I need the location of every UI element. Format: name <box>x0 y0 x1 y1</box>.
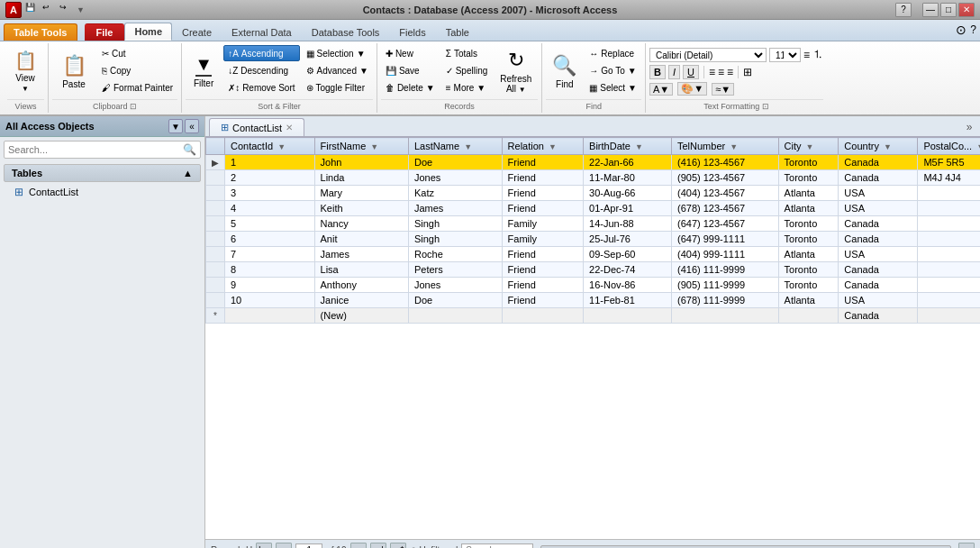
cell-contactid[interactable]: 3 <box>225 186 315 201</box>
first-record-btn[interactable]: |◄ <box>256 543 272 549</box>
new-row-cell-postalcode[interactable] <box>918 308 980 324</box>
help-ribbon-icon[interactable]: ⊙ <box>956 23 966 37</box>
cell-birthdate[interactable]: 09-Sep-60 <box>584 247 672 262</box>
cell-country[interactable]: Canada <box>839 216 918 232</box>
bold-button[interactable]: B <box>649 65 666 79</box>
table-row[interactable]: 7JamesRocheFriend09-Sep-60(404) 999-1111… <box>206 247 981 262</box>
cell-lastname[interactable]: James <box>408 201 502 216</box>
cell-firstname[interactable]: Janice <box>314 293 408 308</box>
expand-ribbon-icon[interactable]: ? <box>970 23 976 36</box>
cell-contactid[interactable]: 2 <box>225 170 315 186</box>
cell-contactid[interactable]: 7 <box>225 247 315 262</box>
tab-database-tools[interactable]: Database Tools <box>302 23 390 41</box>
cell-firstname[interactable]: Anthony <box>314 278 408 293</box>
cell-relation[interactable]: Friend <box>502 247 584 262</box>
help-btn[interactable]: ? <box>895 3 912 17</box>
minimize-btn[interactable]: — <box>922 3 939 17</box>
cell-firstname[interactable]: Mary <box>314 186 408 201</box>
nav-search-btn[interactable]: ▼ <box>168 119 183 133</box>
col-header-relation[interactable]: Relation ▼ <box>502 138 584 155</box>
cell-lastname[interactable]: Singh <box>408 216 502 232</box>
row-selector[interactable]: ▶ <box>206 155 225 170</box>
cell-city[interactable]: Atlanta <box>778 201 839 216</box>
table-row[interactable]: 4KeithJamesFriend01-Apr-91(678) 123-4567… <box>206 201 981 216</box>
copy-button[interactable]: ⎘ Copy <box>97 62 177 78</box>
col-header-city[interactable]: City ▼ <box>778 138 839 155</box>
font-size-select[interactable]: 11 <box>769 48 801 62</box>
table-row[interactable]: 9AnthonyJonesFriend16-Nov-86(905) 111-99… <box>206 278 981 293</box>
table-row[interactable]: 6AnitSinghFamily25-Jul-76(647) 999-1111T… <box>206 232 981 247</box>
cell-birthdate[interactable]: 22-Jan-66 <box>584 155 672 170</box>
row-selector[interactable] <box>206 216 225 232</box>
cell-contactid[interactable]: 6 <box>225 232 315 247</box>
cell-telnumber[interactable]: (416) 111-9999 <box>671 262 778 278</box>
list-num-icon[interactable]: ⒈ <box>812 47 823 62</box>
last-record-btn[interactable]: ►| <box>370 543 386 549</box>
advanced-button[interactable]: ⚙ Advanced ▼ <box>302 62 373 78</box>
cell-postalcode[interactable] <box>918 247 980 262</box>
row-selector[interactable] <box>206 278 225 293</box>
current-record-input[interactable] <box>295 543 322 549</box>
cell-city[interactable]: Toronto <box>778 262 839 278</box>
cell-lastname[interactable]: Roche <box>408 247 502 262</box>
cell-firstname[interactable]: Linda <box>314 170 408 186</box>
cell-relation[interactable]: Friend <box>502 155 584 170</box>
filter-button[interactable]: ▼ Filter <box>186 45 222 97</box>
descending-button[interactable]: ↓Z Descending <box>223 62 299 78</box>
cell-birthdate[interactable]: 01-Apr-91 <box>584 201 672 216</box>
cell-telnumber[interactable]: (678) 111-9999 <box>671 293 778 308</box>
tab-fields[interactable]: Fields <box>389 23 435 41</box>
cell-country[interactable]: USA <box>839 247 918 262</box>
font-color-btn[interactable]: A▼ <box>649 83 673 96</box>
delete-record-button[interactable]: 🗑 Delete ▼ <box>381 79 440 96</box>
save-record-button[interactable]: 💾 Save <box>381 62 440 78</box>
cell-contactid[interactable]: 4 <box>225 201 315 216</box>
prev-record-btn[interactable]: ◄ <box>276 543 292 549</box>
record-search-input[interactable] <box>461 543 533 549</box>
panel-collapse-btn[interactable]: » <box>962 118 976 136</box>
list-style-icon[interactable]: ≡ <box>803 49 810 61</box>
find-button[interactable]: 🔍 Find <box>546 45 583 97</box>
row-selector[interactable] <box>206 170 225 186</box>
cell-city[interactable]: Toronto <box>778 170 839 186</box>
cell-firstname[interactable]: Lisa <box>314 262 408 278</box>
view-button[interactable]: 📋 View▼ <box>7 45 43 97</box>
nav-search-input[interactable] <box>8 144 183 155</box>
col-header-postalcode[interactable]: PostalCo... ▼ <box>918 138 980 155</box>
new-row-cell-contactid[interactable] <box>225 308 315 324</box>
tab-external-data[interactable]: External Data <box>222 23 302 41</box>
cell-postalcode[interactable] <box>918 186 980 201</box>
row-selector[interactable] <box>206 262 225 278</box>
cell-country[interactable]: USA <box>839 293 918 308</box>
cell-postalcode[interactable] <box>918 293 980 308</box>
cell-country[interactable]: Canada <box>839 262 918 278</box>
cell-telnumber[interactable]: (678) 123-4567 <box>671 201 778 216</box>
next-record-btn[interactable]: ► <box>350 543 367 549</box>
gridlines-icon[interactable]: ⊞ <box>743 66 752 78</box>
table-row[interactable]: 10JaniceDoeFriend11-Feb-81(678) 111-9999… <box>206 293 981 308</box>
cell-contactid[interactable]: 9 <box>225 278 315 293</box>
cell-birthdate[interactable]: 25-Jul-76 <box>584 232 672 247</box>
cell-city[interactable]: Toronto <box>778 216 839 232</box>
col-header-telnumber[interactable]: TelNumber ▼ <box>671 138 778 155</box>
cell-telnumber[interactable]: (647) 999-1111 <box>671 232 778 247</box>
tab-home[interactable]: Home <box>124 23 172 41</box>
table-row[interactable]: 2LindaJonesFriend11-Mar-80(905) 123-4567… <box>206 170 981 186</box>
nav-search-box[interactable]: 🔍 <box>4 141 201 159</box>
cell-telnumber[interactable]: (647) 123-4567 <box>671 216 778 232</box>
tab-create[interactable]: Create <box>172 23 222 41</box>
cell-lastname[interactable]: Katz <box>408 186 502 201</box>
cell-relation[interactable]: Friend <box>502 278 584 293</box>
cell-relation[interactable]: Friend <box>502 262 584 278</box>
row-selector[interactable] <box>206 293 225 308</box>
cell-postalcode[interactable]: M4J 4J4 <box>918 170 980 186</box>
cell-lastname[interactable]: Singh <box>408 232 502 247</box>
table-row[interactable]: ▶1JohnDoeFriend22-Jan-66(416) 123-4567To… <box>206 155 981 170</box>
row-selector[interactable] <box>206 186 225 201</box>
table-row[interactable]: 3MaryKatzFriend30-Aug-66(404) 123-4567At… <box>206 186 981 201</box>
cell-firstname[interactable]: Keith <box>314 201 408 216</box>
table-tab-contactlist[interactable]: ⊞ ContactList ✕ <box>209 118 304 136</box>
ascending-button[interactable]: ↑A Ascending <box>223 45 299 61</box>
cell-postalcode[interactable] <box>918 278 980 293</box>
row-selector[interactable] <box>206 201 225 216</box>
